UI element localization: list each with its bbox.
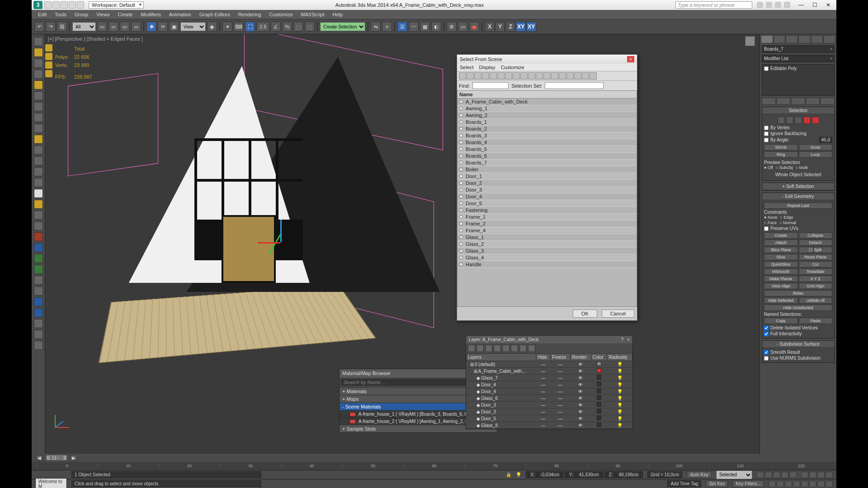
slice-plane-button[interactable]: Slice Plane: [764, 247, 798, 253]
ls-icon[interactable]: [34, 156, 43, 165]
mirror-icon[interactable]: ⇋: [371, 22, 381, 32]
ls-icon[interactable]: [34, 254, 43, 263]
snap-mode[interactable]: 2.5: [256, 22, 269, 32]
nav2-icon[interactable]: [809, 481, 816, 487]
render-frame-icon[interactable]: ▭: [458, 22, 468, 32]
time-prev-icon[interactable]: ◀: [36, 455, 42, 460]
sfs-item[interactable]: Boards_7: [458, 160, 637, 166]
layer-row[interactable]: ◆ Door_4——👁💡: [467, 381, 632, 388]
smooth-result-check[interactable]: Smooth Result: [764, 349, 832, 355]
menu-animation[interactable]: Animation: [165, 11, 195, 18]
stack-remove-icon[interactable]: [806, 98, 820, 105]
ring-button[interactable]: Ring: [764, 151, 798, 158]
constraint-normal-radio[interactable]: ○ Normal: [779, 221, 796, 225]
sfs-col-name[interactable]: Name: [458, 91, 637, 99]
preserve-uvs-check[interactable]: Preserve UVs: [764, 225, 832, 231]
layer-row[interactable]: ◆ Door_5——👁💡: [467, 415, 632, 422]
constraint-edge-radio[interactable]: ○ Edge: [780, 215, 793, 220]
time-ruler[interactable]: 01020 304050 607080 90100110 120: [32, 462, 836, 470]
select-name-icon[interactable]: ▭: [108, 22, 118, 32]
qat-new-icon[interactable]: [44, 1, 52, 9]
sfs-item[interactable]: Boards_2: [458, 126, 637, 132]
sfs-item[interactable]: Boards_5: [458, 146, 637, 153]
viewport-label[interactable]: [+] [Perspective ] [Shaded + Edged Faces…: [48, 36, 143, 42]
hide-selected-button[interactable]: Hide Selected: [764, 297, 798, 304]
layer-col-layers[interactable]: Layers: [467, 354, 536, 361]
nav-zoom-icon[interactable]: [801, 472, 808, 478]
menu-views[interactable]: Views: [93, 11, 113, 18]
sfs-tb-icon[interactable]: [482, 72, 489, 80]
tessellate-button[interactable]: Tessellate: [799, 268, 833, 275]
sfs-item[interactable]: Boards_4: [458, 139, 637, 146]
sfs-item[interactable]: A_Frame_Cabin_with_Deck: [458, 99, 637, 105]
play-prev-icon[interactable]: [765, 472, 772, 478]
ls-icon[interactable]: [34, 211, 43, 220]
pivot-icon[interactable]: ◉: [207, 22, 217, 32]
axis-x-button[interactable]: X: [485, 22, 495, 32]
panel-tab-utilities[interactable]: [823, 35, 835, 43]
make-planar-button[interactable]: Make Planar: [764, 276, 798, 282]
sfs-item[interactable]: Handle: [458, 261, 637, 268]
copy-button[interactable]: Copy: [764, 318, 798, 324]
sfs-item[interactable]: Glass_2: [458, 241, 637, 248]
qat-open-icon[interactable]: [52, 1, 60, 9]
lock-icon[interactable]: 🔒: [506, 472, 511, 477]
panel-tab-create[interactable]: [761, 35, 773, 43]
menu-tools[interactable]: Tools: [51, 11, 70, 18]
play-end-icon[interactable]: [789, 472, 797, 478]
layer-tool-icon[interactable]: [468, 345, 475, 352]
keyfilters-button[interactable]: Key Filters...: [732, 480, 764, 487]
scale-tool-icon[interactable]: ▣: [169, 22, 179, 32]
selset-input[interactable]: [545, 82, 604, 89]
layer-row[interactable]: ⊞ 0 (default)——👁💡: [467, 361, 632, 368]
rotate-tool-icon[interactable]: ⟳: [158, 22, 168, 32]
rollout-softsel[interactable]: + Soft Selection: [762, 183, 834, 190]
stack-unique-icon[interactable]: [791, 98, 805, 105]
curve-editor-icon[interactable]: 〰: [409, 22, 419, 32]
sfs-item[interactable]: Boards_1: [458, 119, 637, 126]
collapse-button[interactable]: Collapse: [799, 232, 833, 239]
ls-icon[interactable]: [34, 319, 43, 328]
setkey-button[interactable]: Set Key: [706, 480, 728, 487]
sun-icon[interactable]: [34, 200, 43, 209]
ls-icon[interactable]: [34, 341, 43, 350]
ref-coord-select[interactable]: View: [180, 22, 206, 31]
render-setup-icon[interactable]: ⚙: [447, 22, 457, 32]
grow-button[interactable]: Grow: [799, 144, 833, 150]
hide-unselected-button[interactable]: Hide Unselected: [764, 305, 832, 311]
by-vertex-check[interactable]: By Vertex: [764, 125, 832, 131]
render-icon[interactable]: 🫖: [469, 22, 479, 32]
menu-help[interactable]: Help: [329, 11, 347, 18]
axis-z-button[interactable]: Z: [505, 22, 515, 32]
add-time-tag[interactable]: Add Time Tag: [667, 480, 701, 487]
layer-close-icon[interactable]: ×: [627, 337, 630, 342]
sfs-item[interactable]: Glass_1: [458, 234, 637, 241]
subobj-vertex-icon[interactable]: [778, 117, 785, 124]
split-check[interactable]: ☐ Split: [799, 247, 833, 253]
sfs-menu-customize[interactable]: Customize: [501, 65, 524, 70]
nurms-check[interactable]: Use NURMS Subdivision: [764, 355, 832, 361]
ls-icon[interactable]: [34, 113, 43, 122]
rollout-selection[interactable]: Selection: [762, 107, 834, 114]
sfs-cancel-button[interactable]: Cancel: [602, 310, 634, 318]
ls-icon[interactable]: [34, 232, 43, 241]
sfs-tb-icon[interactable]: [559, 72, 566, 80]
qat-undo-icon[interactable]: [69, 1, 76, 9]
modifier-stack[interactable]: Editable Poly: [762, 64, 835, 96]
ls-icon[interactable]: [34, 189, 43, 198]
repeat-last-button[interactable]: Repeat Last: [764, 202, 832, 209]
time-slider[interactable]: ◀ 0 / 100 ▶: [32, 454, 836, 462]
ls-icon[interactable]: [34, 265, 43, 274]
create-button[interactable]: Create: [764, 232, 798, 239]
panel-tab-hierarchy[interactable]: [786, 35, 798, 43]
sfs-menu-select[interactable]: Select: [460, 65, 474, 70]
menu-customize[interactable]: Customize: [266, 11, 297, 18]
sfs-tb-icon[interactable]: [536, 72, 543, 80]
ls-icon[interactable]: [34, 70, 43, 79]
sfs-tb-icon[interactable]: [543, 72, 551, 80]
layers-icon[interactable]: ☰: [397, 22, 407, 32]
panel-tab-motion[interactable]: [798, 35, 811, 43]
relax-button[interactable]: Relax: [764, 290, 832, 296]
detach-button[interactable]: Detach: [799, 239, 833, 246]
ignore-backfacing-check[interactable]: Ignore Backfacing: [764, 131, 832, 136]
